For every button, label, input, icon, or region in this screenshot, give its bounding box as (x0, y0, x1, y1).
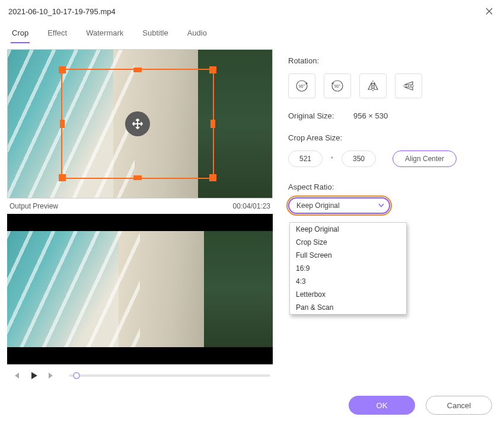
crop-area-label: Crop Area Size: (288, 133, 489, 142)
aspect-ratio-dropdown: Keep Original Crop Size Full Screen 16:9… (289, 222, 407, 315)
flip-vertical-button[interactable] (395, 73, 422, 98)
crop-handle-s[interactable] (133, 175, 142, 180)
crop-handle-n[interactable] (133, 68, 142, 72)
ok-button[interactable]: OK (349, 396, 415, 415)
aspect-option-crop-size[interactable]: Crop Size (290, 236, 406, 249)
rotate-cw-button[interactable]: 90° (288, 73, 315, 98)
crop-width-input[interactable] (288, 150, 323, 167)
playback-controls (7, 364, 273, 387)
play-icon (29, 371, 39, 380)
crop-handle-w[interactable] (60, 120, 65, 128)
crop-height-input[interactable] (342, 150, 376, 167)
move-handle[interactable] (125, 111, 150, 136)
flip-vertical-icon (401, 78, 416, 94)
prev-frame-icon (12, 371, 20, 380)
tab-watermark[interactable]: Watermark (85, 25, 125, 43)
window-title: 2021-06-10_10-17-19-795.mp4 (8, 7, 116, 16)
rotate-ccw-icon: 90° (330, 78, 345, 94)
tab-bar: Crop Effect Watermark Subtitle Audio (0, 19, 504, 43)
chevron-down-icon (378, 203, 384, 208)
aspect-option-pan-scan[interactable]: Pan & Scan (290, 301, 406, 314)
flip-horizontal-button[interactable] (359, 73, 387, 98)
original-size-value: 956 × 530 (353, 111, 388, 120)
original-size-label: Original Size: (288, 111, 346, 120)
tab-audio[interactable]: Audio (186, 25, 208, 43)
output-frame (7, 231, 273, 347)
align-center-button[interactable]: Align Center (393, 150, 457, 167)
rotation-label: Rotation: (288, 56, 489, 65)
rotate-cw-icon: 90° (294, 78, 310, 94)
cancel-button[interactable]: Cancel (426, 396, 492, 415)
output-preview-label: Output Preview (9, 202, 58, 210)
next-frame-button[interactable] (45, 369, 58, 382)
crop-handle-nw[interactable] (59, 66, 66, 73)
title-bar: 2021-06-10_10-17-19-795.mp4 (0, 0, 504, 19)
tab-effect[interactable]: Effect (46, 25, 68, 43)
aspect-ratio-selected: Keep Original (296, 201, 340, 210)
crop-handle-ne[interactable] (209, 66, 216, 73)
crop-handle-sw[interactable] (59, 174, 66, 181)
move-icon (131, 117, 144, 130)
tab-crop[interactable]: Crop (11, 25, 30, 43)
svg-text:90°: 90° (299, 84, 305, 88)
aspect-option-full-screen[interactable]: Full Screen (290, 249, 406, 262)
next-frame-icon (47, 371, 56, 380)
prev-frame-button[interactable] (9, 369, 23, 382)
svg-text:90°: 90° (334, 84, 341, 88)
output-preview (7, 214, 273, 364)
crop-handle-e[interactable] (210, 120, 215, 128)
aspect-option-letterbox[interactable]: Letterbox (290, 288, 406, 301)
dimension-separator: * (330, 155, 334, 162)
rotate-ccw-button[interactable]: 90° (324, 73, 351, 98)
playback-time: 00:04/01:23 (233, 202, 270, 210)
slider-knob[interactable] (73, 372, 80, 379)
flip-horizontal-icon (365, 78, 381, 94)
aspect-ratio-select[interactable]: Keep Original (288, 197, 390, 214)
aspect-option-4-3[interactable]: 4:3 (290, 275, 406, 288)
close-button[interactable] (483, 5, 496, 18)
tab-subtitle[interactable]: Subtitle (141, 25, 169, 43)
aspect-ratio-label: Aspect Ratio: (288, 182, 489, 191)
crop-rectangle[interactable] (61, 69, 214, 179)
aspect-option-16-9[interactable]: 16:9 (290, 262, 406, 275)
aspect-option-keep-original[interactable]: Keep Original (290, 223, 406, 236)
crop-handle-se[interactable] (209, 174, 216, 181)
playback-slider[interactable] (69, 374, 270, 377)
close-icon (486, 8, 493, 15)
play-button[interactable] (27, 369, 40, 382)
crop-preview[interactable] (7, 49, 273, 198)
